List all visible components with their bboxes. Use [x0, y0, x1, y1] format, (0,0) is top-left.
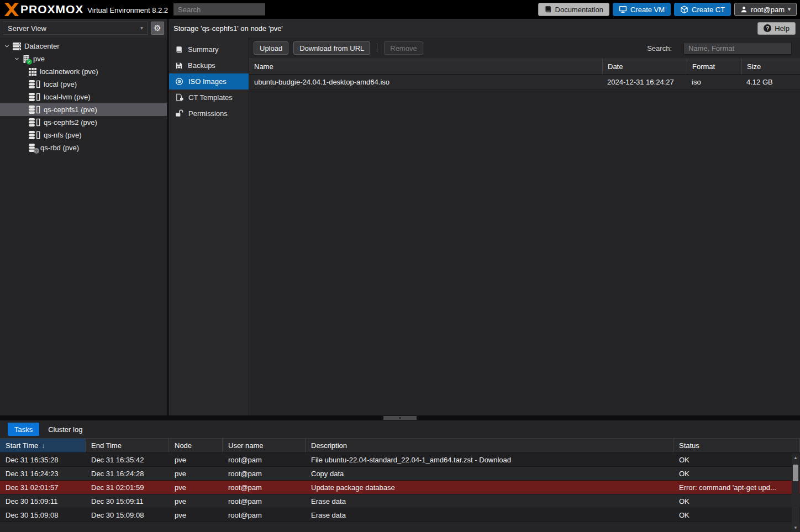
documentation-button[interactable]: Documentation — [538, 3, 609, 16]
task-node-cell: pve — [169, 483, 223, 492]
expander-chevron-icon — [4, 44, 9, 49]
view-selector[interactable]: Server View ▾ — [3, 22, 148, 35]
monitor-icon — [619, 6, 627, 13]
user-label: root@pam — [751, 6, 785, 14]
sidebar-item-qs-cephfs1[interactable]: qs-cephfs1 (pve) — [0, 103, 167, 116]
cube-icon — [680, 6, 688, 14]
column-header-start-time[interactable]: Start Time ↓ — [0, 439, 86, 452]
proxmox-logo-icon — [4, 3, 19, 16]
iso-search-input[interactable] — [683, 42, 792, 55]
scrollbar-thumb[interactable] — [793, 465, 798, 481]
column-header-node[interactable]: Node — [169, 439, 223, 452]
global-search-input[interactable] — [173, 3, 265, 15]
tree-item-label: localnetwork (pve) — [40, 67, 98, 76]
splitter-handle[interactable]: ▼ — [383, 416, 417, 420]
sidebar-item-local-lvm[interactable]: local-lvm (pve) — [0, 91, 167, 103]
task-row-error[interactable]: Dec 31 02:01:57 Dec 31 02:01:59 pve root… — [0, 481, 800, 494]
download-from-url-button[interactable]: Download from URL — [293, 41, 370, 55]
tree-item-label: qs-rbd (pve) — [40, 144, 79, 152]
task-description-cell: File ubuntu-22.04-standard_22.04-1_amd64… — [306, 456, 673, 464]
iso-date-cell: 2024-12-31 16:24:27 — [602, 78, 687, 86]
panel-splitter: ▼ — [0, 415, 800, 420]
column-header-description[interactable]: Description — [306, 439, 673, 452]
disc-icon — [175, 77, 183, 86]
task-row[interactable]: Dec 31 16:35:28 Dec 31 16:35:42 pve root… — [0, 453, 800, 467]
server-icon — [13, 43, 21, 50]
scroll-up-icon[interactable]: ▲ — [792, 454, 799, 461]
task-row[interactable]: Dec 30 15:09:08 Dec 30 15:09:08 pve root… — [0, 508, 800, 522]
iso-table: Name Date Format Size ubuntu-budgie-24.0… — [249, 59, 800, 90]
task-start-cell: Dec 31 16:24:23 — [0, 470, 86, 478]
create-vm-label: Create VM — [630, 6, 665, 14]
tree-item-label: qs-cephfs2 (pve) — [44, 118, 97, 127]
top-bar: PROXMOX Virtual Environment 8.2.2 Docume… — [0, 0, 800, 19]
page-title: Storage 'qs-cephfs1' on node 'pve' — [173, 24, 283, 33]
sidebar-item-qs-nfs[interactable]: qs-nfs (pve) — [0, 129, 167, 141]
unlock-icon — [175, 109, 183, 118]
tab-tasks[interactable]: Tasks — [8, 423, 39, 436]
storage-icon — [29, 118, 40, 127]
storage-unknown-icon: ? — [29, 144, 37, 152]
iso-table-row[interactable]: ubuntu-budgie-24.04.1-desktop-amd64.iso … — [249, 75, 800, 90]
chevron-down-icon: ▾ — [788, 7, 791, 12]
create-vm-button[interactable]: Create VM — [613, 3, 671, 16]
gear-icon: ⚙ — [154, 23, 161, 33]
toolbar-separator — [377, 44, 377, 52]
tab-summary[interactable]: Summary — [169, 41, 249, 57]
book-icon — [544, 6, 552, 13]
tree-settings-button[interactable]: ⚙ — [151, 22, 164, 35]
tab-iso-images[interactable]: ISO Images — [169, 73, 249, 89]
task-row[interactable]: Dec 30 15:09:11 Dec 30 15:09:11 pve root… — [0, 494, 800, 508]
version-text: Virtual Environment 8.2.2 — [87, 6, 168, 14]
tab-ct-templates[interactable]: CT Templates — [169, 89, 249, 106]
collapse-arrow-icon: ▼ — [398, 417, 402, 420]
tab-permissions[interactable]: Permissions — [169, 106, 249, 122]
task-user-cell: root@pam — [223, 470, 306, 478]
tab-label: ISO Images — [188, 77, 227, 86]
column-header-name[interactable]: Name — [249, 59, 602, 74]
storage-icon — [29, 106, 40, 114]
task-description-cell: Erase data — [306, 497, 673, 505]
content-header: Storage 'qs-cephfs1' on node 'pve' ? Hel… — [169, 19, 800, 38]
tree-item-label: local (pve) — [44, 80, 77, 88]
column-header-format[interactable]: Format — [687, 59, 741, 74]
help-button[interactable]: ? Help — [757, 22, 796, 35]
column-header-date[interactable]: Date — [602, 59, 687, 74]
sidebar-item-qs-rbd[interactable]: ? qs-rbd (pve) — [0, 141, 167, 154]
scroll-down-icon[interactable]: ▼ — [792, 524, 799, 531]
task-end-cell: Dec 31 02:01:59 — [86, 483, 169, 492]
tasks-scrollbar[interactable]: ▲ ▼ — [792, 454, 799, 531]
task-start-cell: Dec 30 15:09:08 — [0, 511, 86, 519]
tab-cluster-log[interactable]: Cluster log — [41, 423, 89, 436]
task-node-cell: pve — [169, 456, 223, 464]
column-header-size[interactable]: Size — [741, 59, 797, 74]
upload-button[interactable]: Upload — [254, 41, 288, 55]
remove-button[interactable]: Remove — [384, 41, 423, 55]
resource-tree: Datacenter ✓ — [0, 38, 167, 154]
column-header-status[interactable]: Status — [673, 439, 800, 452]
storage-icon — [29, 80, 40, 88]
proxmox-app: PROXMOX Virtual Environment 8.2.2 Docume… — [0, 0, 800, 532]
sidebar-item-local[interactable]: local (pve) — [0, 78, 167, 91]
task-description-cell: Copy data — [306, 470, 673, 478]
task-start-cell: Dec 30 15:09:11 — [0, 497, 86, 505]
node-building-icon: ✓ — [23, 55, 30, 63]
sidebar-item-localnetwork[interactable]: localnetwork (pve) — [0, 65, 167, 78]
user-menu-button[interactable]: root@pam ▾ — [734, 3, 797, 16]
sidebar-item-datacenter[interactable]: Datacenter — [0, 40, 167, 52]
tab-backups[interactable]: Backups — [169, 57, 249, 73]
iso-table-header: Name Date Format Size — [249, 59, 800, 75]
sidebar-item-pve[interactable]: ✓ pve — [0, 52, 167, 65]
upload-label: Upload — [260, 44, 282, 52]
status-ok-badge: ✓ — [27, 59, 32, 65]
column-header-end-time[interactable]: End Time — [86, 439, 169, 452]
tasks-tabs: Tasks Cluster log — [0, 420, 800, 438]
tasks-panel: Tasks Cluster log Start Time ↓ End Time … — [0, 420, 800, 532]
create-ct-button[interactable]: Create CT — [674, 3, 731, 16]
sidebar-item-qs-cephfs2[interactable]: qs-cephfs2 (pve) — [0, 116, 167, 129]
column-header-user-name[interactable]: User name — [223, 439, 306, 452]
task-end-cell: Dec 30 15:09:08 — [86, 511, 169, 519]
task-description-cell: Update package database — [306, 483, 673, 492]
logo-text: PROXMOX — [20, 3, 83, 16]
task-row[interactable]: Dec 31 16:24:23 Dec 31 16:24:28 pve root… — [0, 467, 800, 481]
